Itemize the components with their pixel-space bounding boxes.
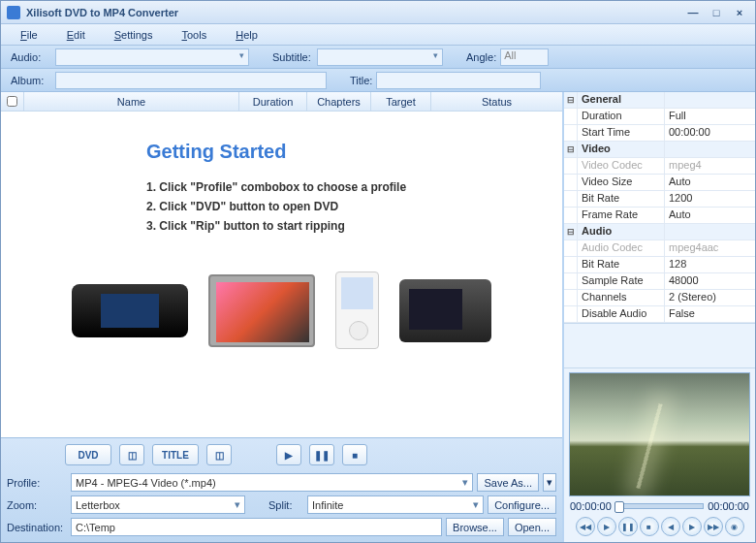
split-label: Split:: [268, 499, 303, 511]
step-2: 2. Click "DVD" button to open DVD: [146, 200, 504, 213]
prop-abr-key: Bit Rate: [578, 257, 665, 272]
preview-panel: 00:00:00 00:00:00 ◀◀ ▶ ❚❚ ■ ◀ ▶ ▶▶ ◉: [564, 368, 755, 542]
rip-button[interactable]: ▶: [276, 444, 301, 465]
pv-fwd-button[interactable]: ▶: [682, 517, 702, 536]
menu-settings[interactable]: Settings: [114, 29, 153, 41]
col-status[interactable]: Status: [431, 92, 562, 111]
prop-vfr-key: Frame Rate: [578, 208, 665, 223]
preview-time-end: 00:00:00: [708, 500, 749, 512]
col-duration[interactable]: Duration: [239, 92, 307, 111]
properties-panel: ⊟General DurationFull Start Time00:00:00…: [564, 92, 755, 542]
audio-select[interactable]: [55, 48, 249, 66]
prop-start-key: Start Time: [578, 125, 665, 141]
angle-label: Angle:: [462, 51, 500, 63]
pv-prev-button[interactable]: ◀◀: [576, 517, 595, 536]
menu-bar: File Edit Settings Tools Help: [1, 24, 755, 46]
menu-file[interactable]: File: [20, 29, 38, 41]
control-buttons: DVD ◫ TITLE ◫ ▶ ❚❚ ■: [7, 442, 556, 471]
bottom-panel: DVD ◫ TITLE ◫ ▶ ❚❚ ■ Profile: MP4 - MPEG…: [1, 437, 562, 542]
maximize-button[interactable]: □: [707, 5, 726, 20]
select-all-checkbox[interactable]: [1, 92, 24, 111]
pv-play-button[interactable]: ▶: [597, 517, 616, 536]
zoom-select[interactable]: Letterbox: [71, 495, 245, 514]
content-area: Getting Started 1. Click "Profile" combo…: [1, 112, 562, 437]
col-chapters[interactable]: Chapters: [307, 92, 371, 111]
title-input[interactable]: [376, 72, 541, 89]
device-pmp-icon: [399, 279, 491, 342]
profile-menu-button[interactable]: ▾: [543, 473, 556, 492]
preview-image: [569, 372, 750, 496]
prop-vbr-key: Bit Rate: [578, 191, 665, 207]
app-title: Xilisoft DVD to MP4 Converter: [26, 7, 679, 18]
menu-tools[interactable]: Tools: [181, 29, 206, 41]
getting-started-heading: Getting Started: [146, 141, 504, 163]
prop-duration-val[interactable]: Full: [665, 109, 755, 124]
subtitle-select[interactable]: [317, 48, 443, 66]
prop-ach-val[interactable]: 2 (Stereo): [665, 290, 755, 305]
title-label: Title:: [346, 75, 376, 86]
device-ipod-icon: [335, 272, 379, 349]
preview-controls: ◀◀ ▶ ❚❚ ■ ◀ ▶ ▶▶ ◉: [566, 514, 753, 539]
property-description: [564, 324, 755, 368]
prop-asr-val[interactable]: 48000: [665, 273, 755, 289]
step-1: 1. Click "Profile" combobox to choose a …: [146, 180, 504, 194]
prop-vsize-val[interactable]: Auto: [665, 175, 755, 190]
subtitle-label: Subtitle:: [268, 51, 317, 63]
title-button[interactable]: TITLE: [152, 444, 199, 465]
prop-adis-key: Disable Audio: [578, 306, 665, 322]
browse-button[interactable]: Browse...: [446, 518, 504, 536]
split-select[interactable]: Infinite: [307, 495, 484, 514]
destination-label: Destination:: [7, 522, 67, 533]
close-button[interactable]: ×: [730, 5, 749, 20]
property-grid: ⊟General DurationFull Start Time00:00:00…: [564, 92, 755, 324]
title-bar: Xilisoft DVD to MP4 Converter — □ ×: [1, 1, 755, 24]
pv-stop-button[interactable]: ■: [640, 517, 659, 536]
angle-select[interactable]: All: [500, 48, 549, 66]
preview-seek-slider[interactable]: [615, 503, 704, 509]
pv-snapshot-button[interactable]: ◉: [725, 517, 744, 536]
menu-edit[interactable]: Edit: [67, 29, 85, 41]
list-header: Name Duration Chapters Target Status: [1, 92, 562, 112]
destination-input[interactable]: C:\Temp: [71, 518, 442, 536]
zoom-label: Zoom:: [7, 499, 67, 511]
collapse-general-icon[interactable]: ⊟: [564, 92, 578, 108]
open-button[interactable]: Open...: [508, 518, 556, 536]
group-audio: Audio: [578, 224, 665, 240]
device-images: [59, 272, 504, 349]
pv-pause-button[interactable]: ❚❚: [618, 517, 638, 536]
configure-button[interactable]: Configure...: [488, 495, 556, 514]
menu-help[interactable]: Help: [236, 29, 258, 41]
collapse-video-icon[interactable]: ⊟: [564, 142, 578, 157]
col-target[interactable]: Target: [371, 92, 431, 111]
title-options-button[interactable]: ◫: [206, 444, 232, 465]
profile-combobox[interactable]: MP4 - MPEG-4 Video (*.mp4): [71, 473, 473, 492]
pv-back-button[interactable]: ◀: [661, 517, 680, 536]
minimize-button[interactable]: —: [683, 5, 703, 20]
save-as-button[interactable]: Save As...: [477, 473, 539, 492]
prop-acodec-key: Audio Codec: [578, 240, 665, 256]
device-camera-icon: [208, 274, 315, 347]
stop-button[interactable]: ■: [342, 444, 367, 465]
preview-time-start: 00:00:00: [570, 500, 612, 512]
prop-vcodec-key: Video Codec: [578, 158, 665, 174]
album-input[interactable]: [55, 72, 327, 89]
device-psp-icon: [72, 284, 188, 337]
prop-adis-val[interactable]: False: [665, 306, 755, 322]
album-label: Album:: [7, 75, 55, 86]
prop-start-val[interactable]: 00:00:00: [665, 125, 755, 141]
prop-duration-key: Duration: [578, 109, 665, 124]
app-logo-icon: [7, 6, 20, 19]
dvd-button[interactable]: DVD: [65, 444, 111, 465]
pv-next-button[interactable]: ▶▶: [704, 517, 723, 536]
col-name[interactable]: Name: [24, 92, 239, 111]
collapse-audio-icon[interactable]: ⊟: [564, 224, 578, 240]
pause-button[interactable]: ❚❚: [309, 444, 334, 465]
prop-abr-val[interactable]: 128: [665, 257, 755, 272]
disc-options-button[interactable]: ◫: [119, 444, 144, 465]
prop-vfr-val[interactable]: Auto: [665, 208, 755, 223]
step-3: 3. Click "Rip" button to start ripping: [146, 219, 504, 233]
prop-vbr-val[interactable]: 1200: [665, 191, 755, 207]
prop-ach-key: Channels: [578, 290, 665, 305]
prop-asr-key: Sample Rate: [578, 273, 665, 289]
prop-vcodec-val: mpeg4: [665, 158, 755, 174]
